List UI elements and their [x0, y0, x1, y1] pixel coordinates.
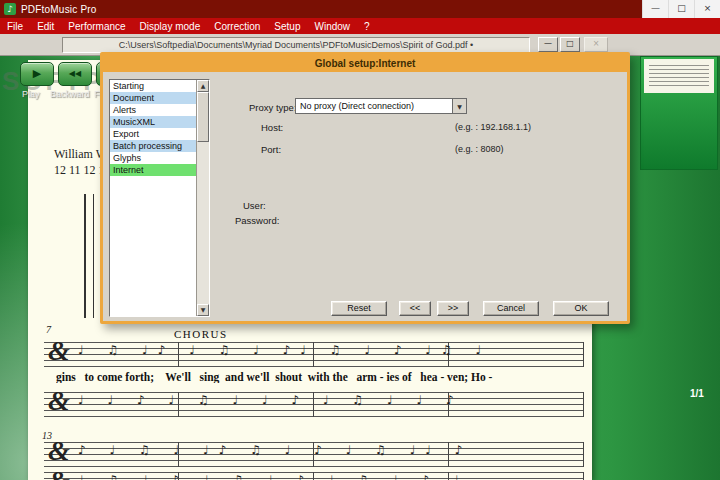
menu-performance[interactable]: Performance: [61, 20, 132, 33]
bass-clef-icon: &: [48, 392, 70, 417]
scroll-thumb[interactable]: [197, 92, 209, 142]
chorus-heading: CHORUS: [174, 328, 228, 340]
play-button[interactable]: ▶: [20, 62, 54, 86]
window-controls: — □ ×: [642, 0, 720, 18]
notes-row: ♩ ♩ ♪ ♩ ♫ ♩ ♩ ♪ ♩ ♫ ♩ ♩ ♪: [78, 393, 582, 416]
notes-row: ♩ ♫ ♩ ♪ ♩ ♫ ♩ ♪ ♩ ♫ ♩ ♪ ♩: [78, 473, 582, 480]
bass-clef-icon: &: [48, 472, 70, 480]
menu-edit[interactable]: Edit: [30, 20, 61, 33]
system-brace: [84, 194, 94, 318]
doc-close-icon[interactable]: ×: [584, 37, 608, 52]
backward-button[interactable]: ◀◀: [58, 62, 92, 86]
staff-bass-2: & ♩ ♫ ♩ ♪ ♩ ♫ ♩ ♪ ♩ ♫ ♩ ♪ ♩: [44, 472, 584, 480]
proxy-type-label: Proxy type:: [249, 102, 297, 113]
measure-number-13: 13: [42, 430, 52, 441]
menubar: File Edit Performance Display mode Corre…: [0, 18, 720, 34]
chevron-down-icon: ▼: [457, 103, 462, 110]
proxy-type-value: No proxy (Direct connection): [300, 101, 414, 111]
doc-restore-icon[interactable]: □: [560, 37, 580, 52]
next-page-button[interactable]: >>: [437, 301, 469, 316]
page-thumbnail-panel[interactable]: [640, 56, 718, 170]
scroll-down-icon[interactable]: ▼: [197, 304, 209, 316]
maximize-icon[interactable]: □: [668, 0, 694, 18]
setup-category-list: Starting Document Alerts MusicXML Export…: [109, 79, 210, 317]
menu-setup[interactable]: Setup: [267, 20, 307, 33]
prev-page-button[interactable]: <<: [399, 301, 431, 316]
page-thumbnail: [644, 59, 714, 93]
dropdown-button[interactable]: ▼: [452, 99, 466, 113]
host-label: Host:: [261, 122, 283, 133]
backward-label: Backward: [50, 89, 90, 99]
measure-number-7: 7: [46, 324, 51, 335]
app-icon: ♪: [4, 3, 16, 15]
list-item-glyphs[interactable]: Glyphs: [110, 152, 196, 164]
list-item-alerts[interactable]: Alerts: [110, 104, 196, 116]
play-label: Play: [22, 89, 40, 99]
list-item-starting[interactable]: Starting: [110, 80, 196, 92]
proxy-type-select[interactable]: No proxy (Direct connection) ▼: [295, 98, 467, 114]
app-window: ♪ PDFtoMusic Pro — □ × File Edit Perform…: [0, 0, 720, 480]
list-scrollbar[interactable]: ▲ ▼: [196, 80, 209, 316]
cancel-button[interactable]: Cancel: [483, 301, 539, 316]
doc-minimize-icon[interactable]: —: [538, 37, 558, 52]
lyrics-line: gins to come forth; We'll sing and we'll…: [56, 371, 588, 383]
scroll-up-icon[interactable]: ▲: [197, 80, 209, 92]
reset-button[interactable]: Reset: [331, 301, 387, 316]
dialog-title: Global setup:Internet: [103, 55, 627, 72]
staff-treble: & ♩ ♫ ♩♪ ♩ ♫ ♩ ♪♩ ♫ ♩ ♪ ♩♫ ♩: [44, 342, 584, 367]
composer-text: William W: [54, 147, 107, 162]
minimize-icon[interactable]: —: [642, 0, 668, 18]
list-item-batch-processing[interactable]: Batch processing: [110, 140, 196, 152]
menu-correction[interactable]: Correction: [207, 20, 267, 33]
document-path: C:\Users\Softpedia\Documents\Myriad Docu…: [62, 37, 530, 53]
notes-row: ♩ ♫ ♩♪ ♩ ♫ ♩ ♪♩ ♫ ♩ ♪ ♩♫ ♩: [78, 343, 582, 366]
global-setup-dialog: Global setup:Internet Starting Document …: [100, 52, 630, 324]
list-item-musicxml[interactable]: MusicXML: [110, 116, 196, 128]
list-item-document[interactable]: Document: [110, 92, 196, 104]
list-item-export[interactable]: Export: [110, 128, 196, 140]
treble-clef-icon: &: [48, 442, 70, 467]
titlebar: ♪ PDFtoMusic Pro — □ ×: [0, 0, 720, 18]
menu-display-mode[interactable]: Display mode: [133, 20, 208, 33]
staff-treble-2: & ♪ ♩ ♫ ♩ ♩♪ ♫ ♩ ♪ ♩ ♫ ♩♩ ♪: [44, 442, 584, 467]
port-label: Port:: [261, 144, 281, 155]
password-label: Password:: [235, 215, 279, 226]
ok-button[interactable]: OK: [553, 301, 609, 316]
port-hint: (e.g. : 8080): [455, 144, 504, 154]
menu-file[interactable]: File: [0, 20, 30, 33]
list-item-internet[interactable]: Internet: [110, 164, 196, 176]
window-title: PDFtoMusic Pro: [21, 4, 97, 15]
staff-bass: & ♩ ♩ ♪ ♩ ♫ ♩ ♩ ♪ ♩ ♫ ♩ ♩ ♪: [44, 392, 584, 417]
treble-clef-icon: &: [48, 342, 70, 367]
notes-row: ♪ ♩ ♫ ♩ ♩♪ ♫ ♩ ♪ ♩ ♫ ♩♩ ♪: [78, 443, 582, 466]
page-indicator: 1/1: [690, 388, 704, 399]
user-label: User:: [243, 200, 266, 211]
menu-help[interactable]: ?: [357, 20, 377, 33]
menu-window[interactable]: Window: [307, 20, 357, 33]
host-hint: (e.g. : 192.168.1.1): [455, 122, 531, 132]
note-icon: ♪: [7, 4, 13, 14]
close-icon[interactable]: ×: [694, 0, 720, 18]
